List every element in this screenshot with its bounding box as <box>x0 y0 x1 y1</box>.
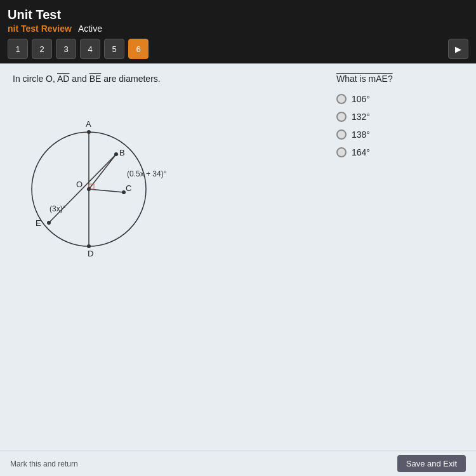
mark-return-label: Mark this and return <box>10 459 78 468</box>
active-badge: Active <box>78 23 102 34</box>
radio-3[interactable] <box>336 129 347 140</box>
nav-next-button[interactable]: ▶ <box>448 39 468 59</box>
option-item-4[interactable]: 164° <box>336 147 463 157</box>
nav-btn-4[interactable]: 4 <box>80 39 100 59</box>
options-list: 106° 132° 138° 164° <box>336 94 463 157</box>
question-text: In circle O, AD and BE are diameters. <box>13 74 317 84</box>
circle-diagram: A B C D E O ( <box>13 94 178 272</box>
main-content: In circle O, AD and BE are diameters. <box>0 63 476 476</box>
svg-point-12 <box>87 244 91 248</box>
radio-4[interactable] <box>336 147 347 157</box>
arc-symbol: ? <box>388 74 393 84</box>
nav-btn-2[interactable]: 2 <box>32 39 52 59</box>
option-label-4: 164° <box>352 147 370 157</box>
nav-row: 1 2 3 4 5 6 ▶ <box>8 39 468 59</box>
subtitle: nit Test Review <box>8 23 72 34</box>
diagram-container: A B C D E O ( <box>13 94 178 272</box>
header: Unit Test nit Test Review Active 1 2 3 4… <box>0 0 476 63</box>
question-prefix: In circle O, <box>13 74 57 84</box>
question-suffix: are diameters. <box>101 74 160 84</box>
what-is-text: What is mAE? <box>336 74 463 84</box>
arc-label: AE <box>376 74 388 84</box>
svg-point-6 <box>87 130 91 134</box>
option-label-2: 132° <box>352 112 370 122</box>
svg-text:O: O <box>76 180 83 189</box>
be-label: BE <box>89 74 102 84</box>
radio-2[interactable] <box>336 112 347 122</box>
svg-text:(3x)°: (3x)° <box>50 204 66 213</box>
option-label-3: 138° <box>352 129 370 140</box>
question-row: In circle O, AD and BE are diameters. <box>13 74 463 272</box>
question-left: In circle O, AD and BE are diameters. <box>13 74 317 272</box>
svg-point-8 <box>114 152 118 156</box>
option-label-1: 106° <box>352 94 370 104</box>
what-is-prefix: What is m <box>336 74 376 84</box>
option-item-2[interactable]: 132° <box>336 112 463 122</box>
nav-btn-5[interactable]: 5 <box>104 39 124 59</box>
question-right: What is mAE? 106° 132° 138° 164° <box>336 74 463 157</box>
subtitle-row: nit Test Review Active <box>8 23 468 34</box>
svg-point-14 <box>47 221 51 225</box>
page-title: Unit Test <box>8 5 468 22</box>
radio-1[interactable] <box>336 94 347 104</box>
svg-text:E: E <box>36 218 41 228</box>
nav-btn-1[interactable]: 1 <box>8 39 28 59</box>
svg-text:C: C <box>126 183 131 193</box>
svg-line-3 <box>89 189 124 192</box>
save-exit-button[interactable]: Save and Exit <box>397 455 466 472</box>
svg-text:D: D <box>88 249 93 258</box>
nav-btn-6[interactable]: 6 <box>128 39 149 59</box>
ad-label: AD <box>57 74 69 84</box>
footer: Mark this and return Save and Exit <box>0 451 476 476</box>
nav-btn-3[interactable]: 3 <box>56 39 76 59</box>
svg-text:(0.5x + 34)°: (0.5x + 34)° <box>127 169 167 178</box>
svg-text:B: B <box>119 148 125 157</box>
svg-point-16 <box>87 187 91 191</box>
option-item-1[interactable]: 106° <box>336 94 463 104</box>
option-item-3[interactable]: 138° <box>336 129 463 140</box>
question-middle: and <box>69 74 89 84</box>
svg-text:A: A <box>86 119 91 129</box>
